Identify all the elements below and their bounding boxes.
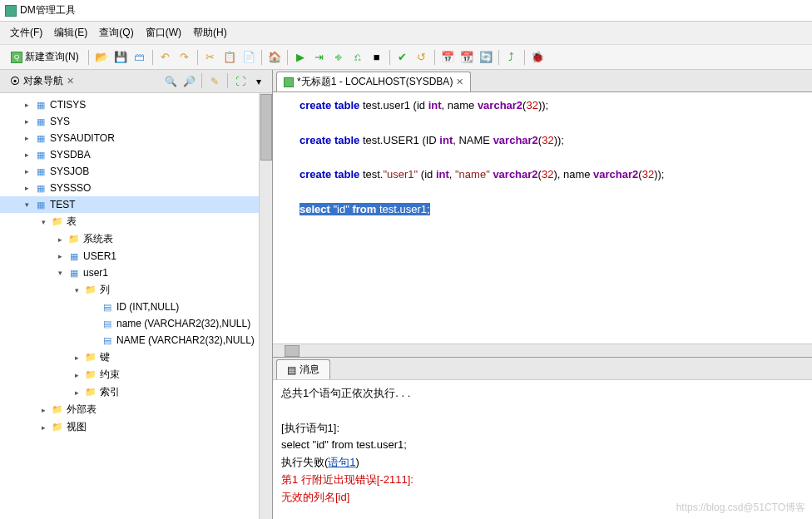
tree-arrow-icon[interactable]: ▸ — [72, 371, 82, 379]
plan2-icon[interactable]: 📆 — [458, 48, 476, 67]
tree-arrow-icon[interactable]: ▸ — [55, 235, 65, 244]
filter-icon[interactable]: 🔎 — [181, 73, 197, 90]
home-icon[interactable]: 🏠 — [265, 48, 284, 67]
tree-item[interactable]: ▸▦SYSDBA — [0, 146, 272, 163]
new-query-button[interactable]: Q 新建查询(N) — [5, 47, 85, 67]
menu-file[interactable]: 文件(F) — [5, 23, 47, 42]
messages-tab[interactable]: ▤ 消息 — [276, 359, 330, 379]
nav-tools: 🔍 🔎 ✎ ⛶ ▾ — [162, 73, 267, 90]
paste-icon[interactable]: 📄 — [240, 48, 258, 67]
tree-item[interactable]: ▸▦SYSJOB — [0, 163, 272, 180]
tree-item[interactable]: ▸▦SYS — [0, 113, 272, 130]
menu-edit[interactable]: 编辑(E) — [49, 23, 92, 42]
scroll-thumb[interactable] — [285, 345, 300, 357]
sql-file-icon — [284, 77, 294, 87]
error-line: 第1 行附近出现错误[-2111]: — [281, 472, 804, 489]
tree-item[interactable]: ▸▦CTISYS — [0, 96, 272, 113]
tree-item[interactable]: ▾📁列 — [0, 281, 272, 299]
tree-item[interactable]: ▸📁外部表 — [0, 401, 272, 418]
edit-icon[interactable]: ✎ — [206, 73, 223, 90]
close-icon[interactable]: ✕ — [67, 76, 74, 86]
save-all-icon[interactable]: 🗃 — [131, 48, 149, 67]
tree-item[interactable]: ▸▦SYSSSO — [0, 180, 272, 196]
tree-arrow-icon[interactable]: ▸ — [22, 167, 32, 175]
tree-item[interactable]: ▤name (VARCHAR2(32),NULL) — [0, 315, 272, 332]
tree-arrow-icon[interactable]: ▾ — [22, 200, 32, 209]
folder-icon: 📁 — [51, 215, 64, 229]
tree-arrow-icon[interactable]: ▸ — [22, 184, 32, 192]
separator — [88, 50, 89, 65]
open-icon[interactable]: 📂 — [92, 48, 111, 67]
tree-item-label: 约束 — [100, 368, 120, 382]
export-icon[interactable]: ⤴ — [503, 48, 521, 67]
horizontal-scrollbar[interactable] — [273, 344, 812, 357]
menu-help[interactable]: 帮助(H) — [188, 23, 232, 42]
folder-icon: 📁 — [51, 421, 64, 434]
tree-arrow-icon[interactable]: ▸ — [55, 252, 65, 260]
tree-item[interactable]: ▸📁视图 — [0, 418, 272, 436]
folder-icon: 📁 — [84, 351, 97, 364]
tree-arrow-icon[interactable]: ▸ — [22, 134, 32, 142]
main-area: ⦿ 对象导航 ✕ 🔍 🔎 ✎ ⛶ ▾ ▸▦CTISYS▸▦SYS▸▦SYSAUD… — [0, 70, 812, 519]
search-icon[interactable]: 🔍 — [162, 73, 179, 90]
save-icon[interactable]: 💾 — [111, 48, 130, 67]
redo-icon[interactable]: ↷ — [176, 48, 194, 67]
refresh-icon[interactable]: 🔄 — [477, 48, 495, 67]
menu-query[interactable]: 查询(Q) — [94, 23, 138, 42]
code-line: create table test.USER1 (ID int, NAME va… — [300, 132, 805, 150]
tree-arrow-icon[interactable]: ▸ — [22, 117, 32, 126]
rollback-icon[interactable]: ↺ — [413, 48, 431, 67]
tree-arrow-icon[interactable]: ▾ — [38, 218, 48, 226]
menu-window[interactable]: 窗口(W) — [141, 23, 186, 42]
sql-icon: Q — [11, 52, 22, 63]
tree-arrow-icon[interactable]: ▸ — [38, 423, 48, 432]
tree-arrow-icon[interactable]: ▸ — [22, 101, 32, 109]
messages-tab-label: 消息 — [300, 363, 319, 377]
scroll-thumb[interactable] — [260, 94, 272, 161]
tree-item[interactable]: ▸📁索引 — [0, 383, 272, 401]
tree-item[interactable]: ▸▦SYSAUDITOR — [0, 130, 272, 146]
tree-item-label: user1 — [83, 267, 108, 279]
tree-item-label: SYS — [50, 116, 70, 127]
tree-arrow-icon[interactable]: ▾ — [55, 269, 65, 277]
object-tree[interactable]: ▸▦CTISYS▸▦SYS▸▦SYSAUDITOR▸▦SYSDBA▸▦SYSJO… — [0, 93, 272, 519]
sql-editor[interactable]: create table test.user1 (id int, name va… — [273, 92, 812, 344]
tree-arrow-icon[interactable]: ▾ — [72, 286, 82, 294]
nav-tab[interactable]: ⦿ 对象导航 ✕ — [5, 72, 79, 90]
run-script-icon[interactable]: ⎌ — [349, 48, 367, 67]
tree-arrow-icon[interactable]: ▸ — [72, 388, 82, 397]
tree-item[interactable]: ▤ID (INT,NULL) — [0, 299, 272, 315]
tree-item[interactable]: ▾▦user1 — [0, 264, 272, 281]
commit-icon[interactable]: ✔ — [394, 48, 412, 67]
vertical-scrollbar[interactable] — [259, 93, 272, 519]
stop-icon[interactable]: ■ — [368, 48, 386, 67]
tree-arrow-icon[interactable]: ▸ — [22, 151, 32, 159]
statement-link[interactable]: 语句1 — [328, 456, 355, 468]
tree-item[interactable]: ▸📁系统表 — [0, 230, 272, 248]
copy-icon[interactable]: 📋 — [220, 48, 239, 67]
menu-icon[interactable]: ▾ — [250, 73, 267, 90]
editor-tab[interactable]: *无标题1 - LOCALHOST(SYSDBA) ✕ — [276, 72, 471, 91]
tree-item[interactable]: ▾📁表 — [0, 213, 272, 230]
col-icon: ▤ — [101, 334, 114, 347]
schema-icon: ▦ — [34, 98, 47, 111]
tree-arrow-icon[interactable]: ▸ — [72, 353, 82, 362]
run-block-icon[interactable]: ⎆ — [329, 48, 348, 67]
cut-icon[interactable]: ✂ — [201, 48, 220, 67]
undo-icon[interactable]: ↶ — [156, 48, 175, 67]
messages-body[interactable]: 总共1个语句正依次执行. . . [执行语句1]: select "id" fr… — [273, 380, 812, 519]
plan-icon[interactable]: 📅 — [438, 48, 457, 67]
expand-icon[interactable]: ⛶ — [232, 73, 249, 90]
tree-item[interactable]: ▸📁键 — [0, 348, 272, 366]
tree-item[interactable]: ▸▦USER1 — [0, 248, 272, 264]
run-icon[interactable]: ▶ — [291, 48, 309, 67]
debug-icon[interactable]: 🐞 — [528, 48, 547, 67]
close-icon[interactable]: ✕ — [456, 77, 463, 87]
tree-item-label: SYSJOB — [50, 166, 89, 177]
tree-item-label: TEST — [50, 199, 76, 210]
tree-arrow-icon[interactable]: ▸ — [38, 406, 48, 414]
run-step-icon[interactable]: ⇥ — [310, 48, 329, 67]
tree-item[interactable]: ▾▦TEST — [0, 196, 272, 213]
tree-item[interactable]: ▤NAME (VARCHAR2(32),NULL) — [0, 332, 272, 348]
tree-item[interactable]: ▸📁约束 — [0, 366, 272, 383]
